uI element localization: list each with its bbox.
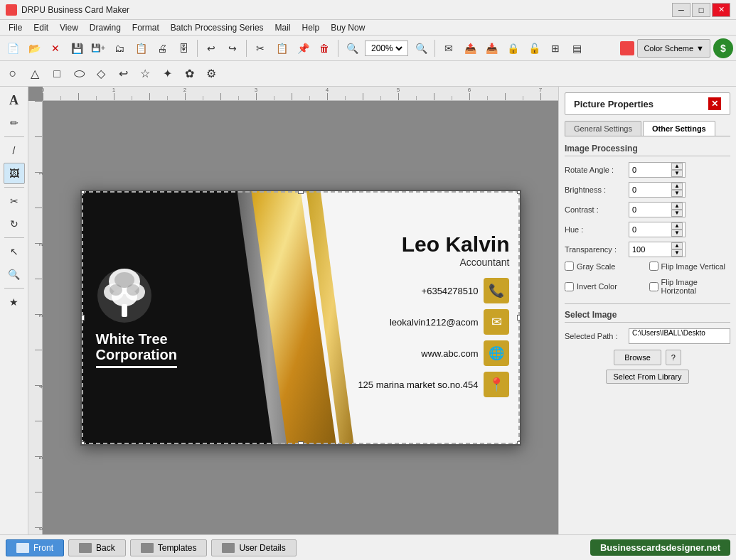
invert-color-checkbox[interactable]	[565, 282, 574, 291]
business-card[interactable]: White Tree Corporation Leo Kalvin Accoun…	[80, 190, 521, 446]
redo-button[interactable]: ↪	[223, 38, 242, 58]
square-tool[interactable]: □	[47, 64, 67, 84]
save-as-button[interactable]: 💾+	[88, 38, 108, 58]
print-button[interactable]: 🖨	[152, 38, 172, 58]
close-doc-button[interactable]: ✕	[46, 38, 65, 58]
toolbar-separator-3	[338, 40, 338, 57]
align-button[interactable]: ▤	[567, 38, 587, 58]
gear-tool[interactable]: ⚙	[201, 64, 221, 84]
hue-input-group: ▲ ▼	[629, 222, 730, 237]
cut-button[interactable]: ✂	[250, 38, 270, 58]
rotate-angle-input[interactable]: ▲ ▼	[629, 162, 686, 178]
grayscale-checkbox[interactable]	[565, 262, 574, 271]
transparency-spin-up[interactable]: ▲	[671, 242, 683, 249]
brightness-spin-up[interactable]: ▲	[671, 183, 683, 190]
contrast-spin-up[interactable]: ▲	[671, 203, 683, 210]
triangle-tool[interactable]: △	[25, 64, 45, 84]
menu-format[interactable]: Format	[127, 21, 165, 34]
select-from-library-button[interactable]: Select From Library	[606, 370, 690, 384]
copy-button[interactable]: 📋	[272, 38, 292, 58]
diamond-tool[interactable]: ◇	[91, 64, 111, 84]
lock-button[interactable]: 🔒	[503, 38, 523, 58]
menu-batch[interactable]: Batch Processing Series	[165, 21, 270, 34]
rotate-angle-field[interactable]	[632, 166, 671, 174]
contrast-input-group: ▲ ▼	[629, 202, 730, 217]
transparency-input[interactable]: ▲ ▼	[629, 242, 686, 257]
browse-button[interactable]: Browse	[614, 350, 661, 365]
image-tool active[interactable]: 🖼	[4, 163, 25, 184]
new-button[interactable]: 📄	[3, 38, 23, 58]
pointer-tool[interactable]: ↖	[4, 241, 25, 262]
email-button[interactable]: ✉	[439, 38, 459, 58]
brightness-input[interactable]: ▲ ▼	[629, 182, 686, 198]
menu-mail[interactable]: Mail	[270, 21, 297, 34]
hue-field[interactable]	[632, 225, 671, 234]
transparency-field[interactable]	[632, 245, 671, 254]
circle-tool[interactable]: ○	[3, 64, 23, 84]
color-scheme-button[interactable]: Color Scheme ▼	[637, 39, 710, 58]
contrast-spin-down[interactable]: ▼	[671, 210, 683, 217]
menu-help[interactable]: Help	[297, 21, 326, 34]
zoom-tool[interactable]: 🔍	[4, 264, 25, 285]
menu-view[interactable]: View	[54, 21, 84, 34]
arrow-tool[interactable]: ↩	[113, 64, 133, 84]
zoom-select[interactable]: 200% 150% 100% 75%	[368, 43, 405, 54]
flower-tool[interactable]: ✿	[179, 64, 199, 84]
close-button[interactable]: ✕	[712, 3, 730, 17]
flip-vertical-checkbox[interactable]	[649, 262, 658, 271]
brightness-field[interactable]	[632, 185, 671, 194]
crop-tool[interactable]: ✂	[4, 190, 25, 212]
star-tool[interactable]: ☆	[135, 64, 155, 84]
menu-file[interactable]: File	[3, 21, 28, 34]
flip-horizontal-checkbox[interactable]	[649, 282, 658, 291]
zoom-out-button[interactable]: 🔍	[411, 38, 431, 58]
dollar-button[interactable]: $	[713, 38, 733, 58]
star2-tool[interactable]: ✦	[157, 64, 177, 84]
delete-button[interactable]: 🗑	[314, 38, 334, 58]
tab-other-settings[interactable]: Other Settings	[643, 121, 715, 136]
zoom-in-button[interactable]: 🔍	[342, 38, 362, 58]
export-button[interactable]: 📤	[460, 38, 480, 58]
save-button[interactable]: 💾	[67, 38, 87, 58]
transparency-spin-down[interactable]: ▼	[671, 249, 683, 257]
unlock-button[interactable]: 🔓	[524, 38, 544, 58]
pen-tool[interactable]: ✏	[4, 112, 25, 134]
rotate-spin-buttons: ▲ ▼	[671, 163, 683, 177]
tab-back[interactable]: Back	[68, 539, 126, 556]
paste-button[interactable]: 📌	[293, 38, 313, 58]
tab-general-settings[interactable]: General Settings	[565, 121, 641, 136]
maximize-button[interactable]: □	[692, 3, 710, 17]
line-tool[interactable]: /	[4, 140, 25, 161]
hue-spin-up[interactable]: ▲	[671, 222, 683, 230]
star-side-tool[interactable]: ★	[4, 291, 25, 313]
tab-user-details[interactable]: User Details	[211, 539, 296, 556]
page-button[interactable]: 📋	[131, 38, 151, 58]
hue-spin-down[interactable]: ▼	[671, 230, 683, 237]
undo-button[interactable]: ↩	[201, 38, 221, 58]
menu-drawing[interactable]: Drawing	[84, 21, 127, 34]
rotate-spin-down[interactable]: ▼	[671, 170, 683, 177]
grid-button[interactable]: ⊞	[545, 38, 565, 58]
rotate-spin-up[interactable]: ▲	[671, 163, 683, 170]
contrast-input[interactable]: ▲ ▼	[629, 202, 686, 217]
open-button[interactable]: 📂	[24, 38, 44, 58]
tab-templates[interactable]: Templates	[130, 539, 208, 556]
contrast-label: Contrast :	[565, 205, 629, 214]
brightness-spin-down[interactable]: ▼	[671, 190, 683, 197]
menu-edit[interactable]: Edit	[28, 21, 54, 34]
card-phone: +6354278510	[422, 286, 479, 296]
minimize-button[interactable]: ─	[672, 3, 690, 17]
text-tool[interactable]: A	[4, 90, 25, 111]
ellipse-tool[interactable]: ⬭	[69, 64, 89, 84]
panel-close-button[interactable]: ✕	[708, 97, 721, 110]
open-folder-button[interactable]: 🗂	[110, 38, 129, 58]
canvas-wrapper[interactable]: White Tree Corporation Leo Kalvin Accoun…	[43, 101, 558, 534]
tab-front[interactable]: Front	[6, 539, 64, 556]
db-button[interactable]: 🗄	[174, 38, 193, 58]
rotate-tool[interactable]: ↻	[4, 213, 25, 235]
menu-buynow[interactable]: Buy Now	[325, 21, 370, 34]
contrast-field[interactable]	[632, 205, 671, 214]
help-button[interactable]: ?	[666, 350, 681, 365]
export2-button[interactable]: 📥	[481, 38, 501, 58]
hue-input[interactable]: ▲ ▼	[629, 222, 686, 237]
